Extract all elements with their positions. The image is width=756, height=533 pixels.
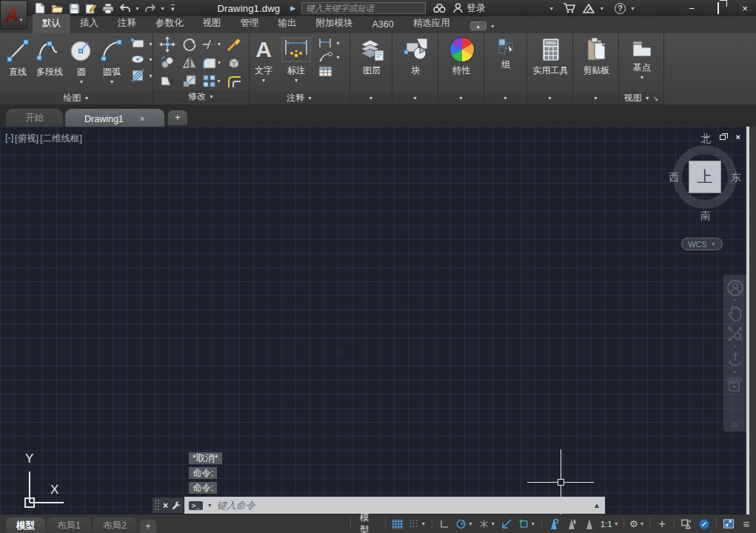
ribbon-tab-manage[interactable]: 管理 xyxy=(231,14,269,33)
app-store-button[interactable] xyxy=(563,3,575,13)
orbit-dropdown[interactable]: ▼ xyxy=(733,371,737,375)
clipboard-panel-expand[interactable]: ▼ xyxy=(593,95,598,101)
viewcube-east[interactable]: 东 xyxy=(731,171,741,184)
search-button[interactable] xyxy=(433,3,446,13)
layers-panel-expand[interactable]: ▼ xyxy=(369,95,374,101)
explode-tool-button[interactable] xyxy=(227,56,241,70)
save-as-button[interactable] xyxy=(84,1,98,15)
annotation-monitor-button[interactable]: + xyxy=(654,516,670,532)
ribbon-tab-parametric[interactable]: 参数化 xyxy=(146,14,193,33)
drawing-restore-button[interactable] xyxy=(720,135,726,140)
command-input[interactable] xyxy=(217,500,589,511)
restore-window-button[interactable] xyxy=(717,3,719,13)
model-space-toggle[interactable]: 模型 xyxy=(355,516,381,532)
ribbon-tab-output[interactable]: 输出 xyxy=(269,14,307,33)
trim-dropdown[interactable]: ▼ xyxy=(217,41,222,47)
orbit-button[interactable] xyxy=(726,351,744,369)
open-file-button[interactable] xyxy=(50,1,64,15)
properties-panel-expand[interactable]: ▼ xyxy=(458,95,464,101)
dimension-tool-button[interactable]: 标注 ▼ xyxy=(279,36,313,92)
panel-label-layers[interactable]: ▼ xyxy=(350,92,392,104)
panel-label-modify[interactable]: 修改 ▼ xyxy=(153,90,249,103)
viewcube-north[interactable]: 北 xyxy=(700,133,711,146)
panel-label-utilities[interactable]: ▼ xyxy=(527,92,572,104)
panel-label-view[interactable]: 视图 ▼ ↘ xyxy=(619,92,663,104)
circle-tool-button[interactable]: 圆 ▼ xyxy=(67,36,96,92)
fillet-dropdown[interactable]: ▼ xyxy=(217,60,222,65)
polar-tracking-toggle[interactable]: ▼ xyxy=(454,516,475,532)
drawing-close-button[interactable]: × xyxy=(736,133,740,141)
graphics-performance-button[interactable] xyxy=(696,516,712,532)
rotate-tool-button[interactable] xyxy=(182,37,197,52)
isometric-dropdown[interactable]: ▼ xyxy=(490,521,495,526)
ribbon-tab-a360[interactable]: A360 xyxy=(363,16,404,33)
sign-in-dropdown[interactable]: ▼ xyxy=(549,6,554,11)
ribbon-tab-addins[interactable]: 附加模块 xyxy=(307,14,363,33)
rectangle-tool-button[interactable]: ▼ xyxy=(130,37,153,50)
annotation-autoscale-toggle[interactable] xyxy=(563,516,580,532)
annotate-panel-expand[interactable]: ▼ xyxy=(307,95,312,101)
circle-dropdown[interactable]: ▼ xyxy=(79,80,84,84)
modify-panel-expand[interactable]: ▼ xyxy=(209,94,214,99)
recent-commands-icon[interactable]: >_ xyxy=(189,501,203,510)
leader-button[interactable]: ▼ xyxy=(318,51,341,63)
file-tab-start[interactable]: 开始 xyxy=(6,109,63,127)
linear-dimension-dropdown[interactable]: ▼ xyxy=(335,41,341,46)
move-tool-button[interactable] xyxy=(159,36,175,53)
match-properties-button[interactable] xyxy=(227,37,241,52)
trim-tool-button[interactable]: ▼ xyxy=(202,39,222,50)
panel-label-clipboard[interactable]: ▼ xyxy=(573,92,618,104)
command-history-toggle[interactable]: ▲ xyxy=(593,501,601,509)
panel-label-annotate[interactable]: 注释 ▼ xyxy=(250,92,349,104)
hatch-dropdown[interactable]: ▼ xyxy=(148,73,153,78)
workspace-dropdown[interactable]: ▼ xyxy=(640,521,645,526)
arc-dropdown[interactable]: ▼ xyxy=(110,80,115,84)
snap-dropdown[interactable]: ▼ xyxy=(421,521,426,526)
utilities-panel-expand[interactable]: ▼ xyxy=(547,95,552,101)
ribbon-tab-view[interactable]: 视图 xyxy=(193,14,231,33)
viewcube-west[interactable]: 西 xyxy=(669,171,679,184)
new-file-button[interactable] xyxy=(33,1,47,15)
polar-dropdown[interactable]: ▼ xyxy=(468,521,473,526)
properties-button[interactable]: 特性 xyxy=(447,36,477,92)
file-tab-drawing1[interactable]: Drawing1 × xyxy=(65,109,164,127)
group-button[interactable]: 组 xyxy=(495,36,518,92)
rectangle-dropdown[interactable]: ▼ xyxy=(148,41,153,47)
viewport-visual-style-control[interactable]: [二维线框] xyxy=(40,133,82,145)
command-line-grip[interactable]: × xyxy=(152,497,184,514)
help-button[interactable]: ? xyxy=(615,3,626,14)
scale-tool-button[interactable] xyxy=(182,74,197,88)
ribbon-tab-home[interactable]: 默认 xyxy=(33,14,70,33)
exchange-apps-button[interactable] xyxy=(583,4,595,13)
ribbon-tab-insert[interactable]: 插入 xyxy=(70,14,108,33)
new-layout-button[interactable]: + xyxy=(140,520,156,533)
plot-button[interactable] xyxy=(101,1,116,15)
text-tool-button[interactable]: A 文字 ▼ xyxy=(252,36,275,92)
redo-button[interactable] xyxy=(143,1,158,15)
qat-customize-dropdown[interactable]: ▾ xyxy=(171,4,175,12)
new-drawing-tab-button[interactable]: + xyxy=(168,110,187,125)
workspace-switching-button[interactable]: ⚙ ▼ xyxy=(628,516,646,532)
help-search-input[interactable] xyxy=(301,2,426,14)
zoom-extents-button[interactable] xyxy=(726,325,744,343)
panel-label-block[interactable]: ▼ xyxy=(392,92,438,104)
polyline-tool-button[interactable]: 多段线 xyxy=(33,36,67,92)
group-panel-expand[interactable]: ▼ xyxy=(503,95,508,101)
viewcube[interactable]: 北 西 东 南 上 xyxy=(663,141,748,234)
sign-in-button[interactable]: 登录 xyxy=(453,2,485,15)
fillet-tool-button[interactable]: ▼ xyxy=(202,56,222,70)
close-window-button[interactable]: × xyxy=(738,3,752,14)
ribbon-minimize-dropdown[interactable]: ▼ xyxy=(490,24,495,29)
ellipse-dropdown[interactable]: ▼ xyxy=(148,57,153,62)
draw-panel-expand[interactable]: ▼ xyxy=(84,95,90,101)
close-drawing1-tab[interactable]: × xyxy=(140,114,145,124)
viewcube-south[interactable]: 南 xyxy=(700,209,711,223)
table-button[interactable] xyxy=(318,65,341,78)
layout-tab-layout1[interactable]: 布局1 xyxy=(47,517,91,533)
layers-button[interactable]: 图层 xyxy=(356,36,387,92)
panel-label-group[interactable]: ▼ xyxy=(484,92,526,104)
isolate-objects-button[interactable] xyxy=(678,516,695,532)
offset-tool-button[interactable] xyxy=(227,75,242,88)
zoom-dropdown[interactable]: ▼ xyxy=(733,345,737,349)
clean-screen-button[interactable] xyxy=(720,516,737,532)
